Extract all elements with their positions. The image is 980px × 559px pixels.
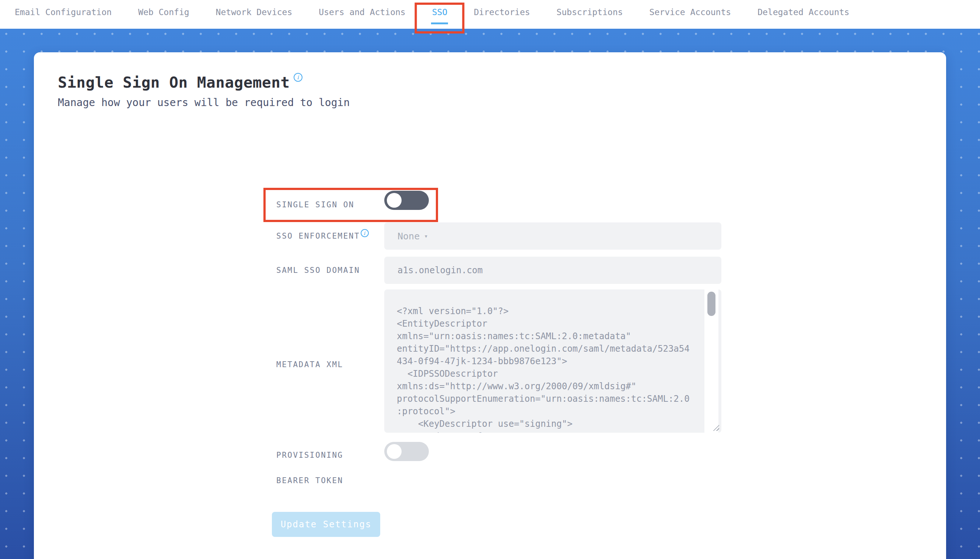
chevron-down-icon: ▾ (424, 232, 428, 240)
tab-directories[interactable]: Directories (474, 0, 530, 24)
sso-enforcement-label: SSO ENFORCEMENTi (276, 232, 368, 241)
provisioning-toggle[interactable] (384, 442, 429, 461)
tab-label: Users and Actions (319, 7, 405, 17)
update-settings-button[interactable]: Update Settings (272, 512, 380, 537)
toggle-knob (387, 444, 402, 459)
sso-enforcement-value: None (397, 231, 420, 241)
toggle-knob (387, 193, 402, 208)
tab-email-configuration[interactable]: Email Configuration (15, 0, 112, 24)
metadata-xml-label: METADATA XML (276, 360, 343, 369)
tab-label: Delegated Accounts (758, 7, 849, 17)
tab-label: Service Accounts (649, 7, 731, 17)
tab-service-accounts[interactable]: Service Accounts (649, 0, 731, 24)
metadata-xml-content: <?xml version="1.0"?> <EntityDescriptor … (384, 289, 722, 433)
tab-label: SSO (432, 7, 448, 17)
tab-subscriptions[interactable]: Subscriptions (557, 0, 623, 24)
saml-sso-domain-value: a1s.onelogin.com (397, 265, 483, 275)
metadata-xml-textarea[interactable]: <?xml version="1.0"?> <EntityDescriptor … (384, 289, 722, 433)
settings-tab-bar: Email Configuration Web Config Network D… (0, 0, 980, 29)
tab-label: Web Config (138, 7, 189, 17)
tab-delegated-accounts[interactable]: Delegated Accounts (758, 0, 849, 24)
tab-sso[interactable]: SSO (432, 0, 448, 24)
tab-network-devices[interactable]: Network Devices (216, 0, 293, 24)
single-sign-on-label: SINGLE SIGN ON (276, 200, 354, 209)
tab-web-config[interactable]: Web Config (138, 0, 189, 24)
sso-enforcement-dropdown[interactable]: None ▾ (384, 222, 722, 250)
card-header: Single Sign On Management i Manage how y… (58, 74, 349, 109)
provisioning-label: PROVISIONING (276, 451, 343, 460)
page-title: Single Sign On Management (58, 74, 290, 91)
saml-sso-domain-input[interactable]: a1s.onelogin.com (384, 257, 722, 284)
tab-list: Email Configuration Web Config Network D… (0, 0, 980, 29)
sso-enforcement-label-text: SSO ENFORCEMENT (276, 232, 360, 240)
active-tab-underline (431, 23, 448, 24)
single-sign-on-toggle[interactable] (384, 191, 429, 210)
tab-label: Directories (474, 7, 530, 17)
info-icon[interactable]: i (361, 229, 369, 237)
saml-sso-domain-label: SAML SSO DOMAIN (276, 266, 360, 275)
tab-label: Email Configuration (15, 7, 112, 17)
tab-label: Network Devices (216, 7, 293, 17)
textarea-scrollbar-thumb[interactable] (707, 292, 715, 316)
tab-users-and-actions[interactable]: Users and Actions (319, 0, 405, 24)
sso-management-card: Single Sign On Management i Manage how y… (34, 52, 946, 559)
page-subtitle: Manage how your users will be required t… (58, 96, 349, 109)
info-icon[interactable]: i (294, 73, 303, 82)
bearer-token-label: BEARER TOKEN (276, 476, 343, 485)
tab-label: Subscriptions (557, 7, 623, 17)
